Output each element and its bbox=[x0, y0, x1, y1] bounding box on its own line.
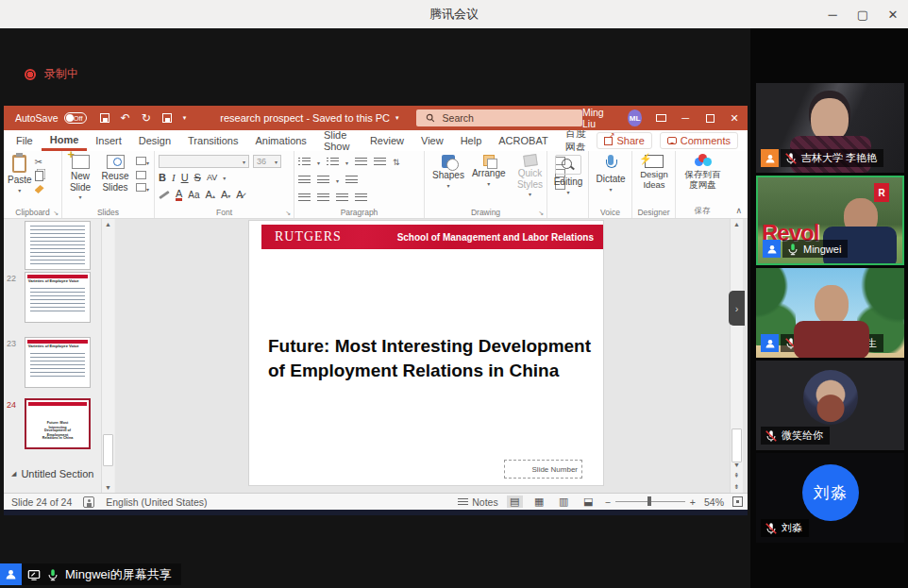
thumbnail-slide-23[interactable]: Varieties of Employee Voice bbox=[25, 337, 91, 388]
maximize-button[interactable]: ▢ bbox=[848, 0, 878, 28]
title-dropdown-icon[interactable]: ▾ bbox=[395, 114, 399, 122]
tab-transitions[interactable]: Transitions bbox=[179, 130, 246, 151]
paste-button[interactable]: Paste▾ bbox=[8, 155, 32, 205]
slide-canvas[interactable]: RUTGERS School of Management and Labor R… bbox=[248, 220, 604, 486]
shrink-font-button[interactable]: A▾ bbox=[221, 189, 230, 200]
baidu-save-button[interactable]: 保存到百度网盘 bbox=[682, 155, 724, 205]
reading-view-button[interactable]: ▥ bbox=[556, 496, 572, 508]
scroll-down-icon[interactable]: ▼ bbox=[102, 484, 114, 491]
next-slide-icon[interactable]: ⇟ bbox=[731, 483, 743, 491]
participant-tile-dongcaisheng[interactable]: 吉林大学 董才生 bbox=[756, 268, 904, 358]
save-icon[interactable] bbox=[100, 113, 109, 123]
align-right-button[interactable] bbox=[336, 193, 348, 203]
collapse-ribbon-icon[interactable]: ∧ bbox=[735, 206, 742, 215]
language-status[interactable]: English (United States) bbox=[106, 496, 207, 508]
reset-icon[interactable] bbox=[136, 171, 146, 179]
normal-view-button[interactable]: ▤ bbox=[507, 496, 523, 508]
share-button[interactable]: Share bbox=[597, 132, 651, 149]
slide-title-text[interactable]: Future: Most Interesting Development of … bbox=[268, 334, 598, 382]
participant-tile-liumiao[interactable]: 刘淼 刘淼 bbox=[756, 453, 904, 543]
minimize-button[interactable]: ─ bbox=[817, 0, 848, 28]
participant-tile-liyanyan[interactable]: 吉林大学 李艳艳 bbox=[756, 83, 904, 173]
tab-animations[interactable]: Animations bbox=[246, 130, 314, 151]
thumbnail-slide-22[interactable]: Varieties of Employee Voice bbox=[25, 272, 91, 323]
zoom-out-icon[interactable]: − bbox=[605, 496, 611, 508]
tab-file[interactable]: File bbox=[8, 130, 42, 151]
zoom-percentage[interactable]: 54% bbox=[704, 496, 724, 508]
tab-baidu[interactable]: 百度网盘 bbox=[557, 130, 597, 151]
arrange-button[interactable]: Arrange▾ bbox=[472, 155, 506, 205]
scroll-up-icon[interactable]: ▲ bbox=[102, 221, 114, 227]
notes-button[interactable]: Notes bbox=[458, 496, 497, 508]
italic-button[interactable]: I bbox=[172, 172, 176, 183]
clipboard-dialog-launcher[interactable]: ↘ bbox=[53, 210, 59, 217]
thumbnail-slide-24-selected[interactable]: Future: Most Interesting Development of … bbox=[25, 398, 91, 449]
align-text-button[interactable] bbox=[298, 176, 311, 185]
tab-home[interactable]: Home bbox=[42, 130, 88, 151]
ppt-restore-button[interactable] bbox=[704, 114, 715, 123]
tab-help[interactable]: Help bbox=[452, 130, 491, 151]
ppt-close-button[interactable]: ✕ bbox=[729, 112, 740, 125]
section-header[interactable]: ◢ Untitled Section bbox=[11, 468, 93, 479]
zoom-in-icon[interactable]: + bbox=[690, 496, 696, 508]
dictate-button[interactable]: Dictate▾ bbox=[596, 155, 625, 205]
slide-sorter-view-button[interactable]: ▦ bbox=[531, 496, 547, 508]
line-spacing-button[interactable] bbox=[317, 176, 329, 185]
canvas-scrollbar[interactable]: ▲ ▼ ⇞ ⇟ bbox=[730, 219, 743, 493]
font-name-combobox[interactable]: ▾ bbox=[159, 155, 249, 168]
strikethrough-button[interactable]: S bbox=[194, 172, 201, 183]
highlight-button[interactable] bbox=[159, 190, 170, 198]
autosave-toggle[interactable]: Off bbox=[64, 112, 87, 124]
bullets-button[interactable] bbox=[298, 158, 311, 167]
participant-tile-mingwei[interactable]: R Revol Mingwei bbox=[756, 176, 904, 265]
numbering-button[interactable] bbox=[327, 158, 339, 167]
thumbnail-slide-21-partial[interactable] bbox=[25, 221, 91, 270]
tab-slide-show[interactable]: Slide Show bbox=[315, 130, 362, 151]
reuse-slides-button[interactable]: Reuse Slides bbox=[100, 155, 130, 205]
grow-font-button[interactable]: A▴ bbox=[206, 189, 215, 200]
ribbon-display-options-icon[interactable] bbox=[655, 114, 666, 122]
copy-icon[interactable] bbox=[35, 171, 43, 181]
zoom-control[interactable]: − + bbox=[605, 496, 696, 508]
change-case-button[interactable]: Aa bbox=[188, 190, 199, 200]
video-panel-collapse-handle[interactable]: › bbox=[729, 291, 745, 326]
close-button[interactable]: ✕ bbox=[878, 0, 908, 28]
shapes-button[interactable]: Shapes▾ bbox=[432, 155, 464, 205]
thumbnail-scrollbar[interactable]: ▲ ▼ bbox=[101, 219, 114, 493]
user-avatar[interactable]: ML bbox=[628, 109, 642, 126]
tab-acrobat[interactable]: ACROBAT bbox=[490, 130, 556, 151]
text-direction-button[interactable]: ⇅ bbox=[393, 158, 400, 167]
zoom-slider[interactable] bbox=[615, 501, 685, 502]
ppt-minimize-button[interactable]: ─ bbox=[680, 112, 691, 124]
quick-styles-button[interactable]: Quick Styles▾ bbox=[513, 155, 547, 205]
clear-formatting-button[interactable]: A̷ bbox=[236, 189, 243, 200]
increase-indent-button[interactable] bbox=[374, 158, 386, 167]
slideshow-view-button[interactable]: ⬓ bbox=[580, 496, 597, 508]
scroll-down-icon[interactable]: ▼ bbox=[731, 462, 743, 468]
tab-review[interactable]: Review bbox=[362, 130, 412, 151]
justify-button[interactable] bbox=[355, 193, 367, 203]
previous-slide-icon[interactable]: ⇞ bbox=[731, 472, 743, 479]
font-size-combobox[interactable]: 36▾ bbox=[253, 155, 281, 168]
font-dialog-launcher[interactable]: ↘ bbox=[285, 210, 291, 217]
align-center-button[interactable] bbox=[317, 193, 329, 203]
font-color-button[interactable]: A bbox=[176, 189, 182, 201]
columns-button[interactable] bbox=[345, 176, 358, 185]
search-input[interactable]: Search bbox=[416, 109, 582, 126]
underline-button[interactable]: U bbox=[181, 172, 189, 183]
character-spacing-button[interactable]: AV bbox=[207, 173, 217, 182]
accessibility-icon[interactable] bbox=[83, 496, 94, 508]
design-ideas-button[interactable]: Design Ideas bbox=[636, 155, 672, 205]
format-painter-icon[interactable] bbox=[35, 185, 44, 193]
tab-design[interactable]: Design bbox=[130, 130, 179, 151]
bold-button[interactable]: B bbox=[159, 172, 166, 183]
align-left-button[interactable] bbox=[298, 193, 311, 203]
redo-icon[interactable]: ↻ bbox=[142, 111, 151, 125]
cut-icon[interactable]: ✂ bbox=[35, 157, 44, 167]
scroll-up-icon[interactable]: ▲ bbox=[731, 221, 743, 227]
tab-view[interactable]: View bbox=[412, 130, 452, 151]
tab-insert[interactable]: Insert bbox=[87, 130, 130, 151]
qat-customize-icon[interactable]: ▾ bbox=[183, 114, 187, 122]
undo-icon[interactable]: ↶ bbox=[121, 111, 130, 125]
section-icon[interactable] bbox=[136, 183, 146, 192]
